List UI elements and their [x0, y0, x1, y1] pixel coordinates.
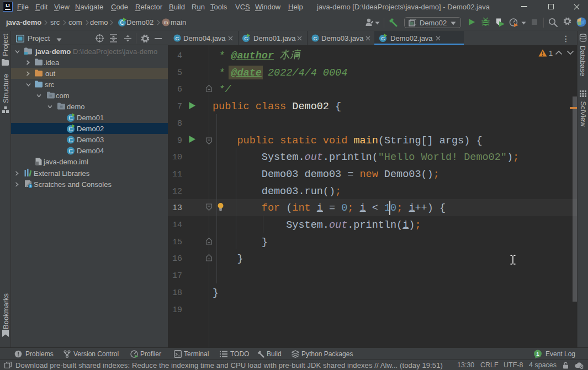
svg-text:C: C — [68, 137, 72, 143]
svg-text:m: m — [164, 20, 168, 25]
svg-text:C: C — [314, 35, 317, 41]
svg-text:1: 1 — [536, 351, 539, 357]
svg-text:C: C — [176, 35, 179, 41]
svg-text:C: C — [68, 148, 72, 154]
